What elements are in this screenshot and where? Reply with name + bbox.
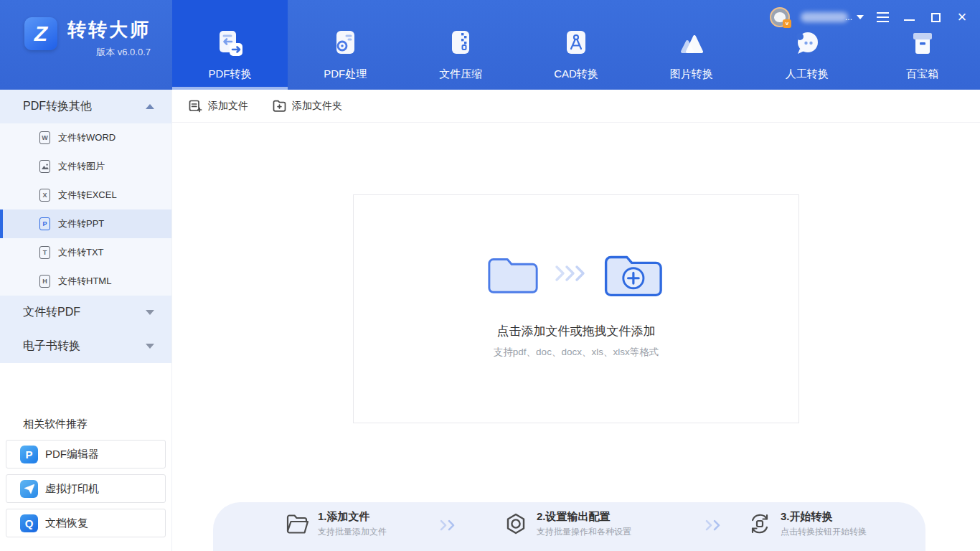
step-title: 2.设置输出配置	[537, 510, 631, 524]
tab-image-convert[interactable]: 图片转换	[633, 0, 749, 90]
section-label: 电子书转换	[23, 339, 80, 354]
sidebar-item-file-to-image[interactable]: 文件转图片	[0, 152, 171, 181]
sidebar-item-label: 文件转EXCEL	[58, 189, 117, 202]
step-start-convert: 3.开始转换 点击转换按钮开始转换	[748, 499, 867, 548]
add-file-label: 添加文件	[208, 100, 248, 113]
menu-button[interactable]	[875, 9, 890, 26]
step-arrow-icon	[439, 519, 458, 532]
sidebar-section-file-to-pdf[interactable]: 文件转PDF	[0, 296, 171, 329]
doc-ppt-icon: P	[39, 217, 50, 230]
recommend-label: 虚拟打印机	[45, 482, 99, 496]
sidebar-section-ebook-convert[interactable]: 电子书转换	[0, 329, 171, 363]
sidebar-item-file-to-txt[interactable]: T 文件转TXT	[0, 238, 171, 267]
tab-label: CAD转换	[554, 67, 598, 80]
recommend-title: 相关软件推荐	[6, 418, 166, 431]
main-content: 添加文件 添加文件夹	[172, 90, 980, 551]
doc-excel-icon: X	[39, 189, 50, 202]
user-menu[interactable]: ...	[801, 12, 864, 22]
file-dropzone[interactable]: 点击添加文件或拖拽文件添加 支持pdf、doc、docx、xls、xlsx等格式	[353, 194, 799, 423]
sidebar-item-file-to-word[interactable]: W 文件转WORD	[0, 123, 171, 152]
step-arrow-icon	[705, 519, 723, 532]
doc-txt-icon: T	[39, 246, 50, 259]
sidebar-section-pdf-convert-other[interactable]: PDF转换其他	[0, 90, 171, 123]
recommend-label: PDF编辑器	[45, 448, 99, 461]
tab-cad-convert[interactable]: CAD转换	[519, 0, 634, 90]
pdf-convert-icon	[213, 27, 246, 60]
sidebar-item-label: 文件转PPT	[58, 217, 104, 230]
add-file-button[interactable]: 添加文件	[189, 100, 248, 113]
section-label: 文件转PDF	[23, 305, 80, 320]
recommend-label: 文档恢复	[45, 517, 88, 530]
recommend-pdf-editor[interactable]: P PDF编辑器	[6, 440, 166, 468]
topbar: Z 转转大师 版本 v6.0.0.7 PDF转换	[0, 0, 980, 90]
add-folder-label: 添加文件夹	[292, 100, 342, 113]
dropzone-subtitle: 支持pdf、doc、docx、xls、xlsx等格式	[494, 346, 659, 359]
tab-label: 人工转换	[786, 67, 829, 80]
minimize-button[interactable]	[901, 9, 917, 26]
doc-recover-icon: Q	[20, 514, 38, 532]
recommend-section: 相关软件推荐 P PDF编辑器 虚拟打印机 Q 文档恢复	[0, 418, 171, 537]
sidebar-item-file-to-excel[interactable]: X 文件转EXCEL	[0, 181, 171, 209]
treasure-box-icon	[906, 27, 939, 60]
recommend-virtual-printer[interactable]: 虚拟打印机	[6, 474, 166, 503]
user-avatar[interactable]: v	[770, 7, 790, 27]
recommend-doc-recover[interactable]: Q 文档恢复	[6, 509, 166, 537]
virtual-printer-icon	[20, 480, 38, 498]
tab-pdf-process[interactable]: PDF处理	[288, 0, 403, 90]
sidebar-item-file-to-ppt[interactable]: P 文件转PPT	[0, 209, 171, 238]
add-file-icon	[189, 100, 202, 113]
tab-label: PDF转换	[208, 67, 251, 80]
sidebar-item-label: 文件转WORD	[58, 131, 116, 144]
pdf-editor-icon: P	[20, 446, 38, 463]
app-logo-icon: Z	[24, 17, 57, 50]
step-add-file: 1.添加文件 支持批量添加文件	[285, 499, 387, 548]
vip-badge: v	[783, 19, 791, 28]
steps-panel: 1.添加文件 支持批量添加文件 2.设置输出配置 支持批量操作和各种设置	[213, 502, 925, 551]
step-subtitle: 支持批量添加文件	[318, 526, 387, 538]
pdf-process-icon	[329, 27, 362, 60]
tab-file-compress[interactable]: 文件压缩	[403, 0, 519, 90]
chevron-up-icon	[146, 104, 154, 109]
sidebar-item-file-to-html[interactable]: H 文件转HTML	[0, 267, 171, 296]
arrows-right-icon	[555, 264, 589, 283]
selected-indicator	[0, 209, 3, 238]
sidebar-items: W 文件转WORD 文件转图片 X 文件转EXCEL P 文件转PPT T 文件…	[0, 123, 171, 296]
step-subtitle: 点击转换按钮开始转换	[781, 526, 867, 538]
app-name: 转转大师	[67, 17, 151, 42]
add-folder-large-icon	[602, 248, 666, 299]
file-compress-icon	[444, 27, 477, 60]
tab-label: 文件压缩	[439, 67, 482, 80]
step-subtitle: 支持批量操作和各种设置	[537, 526, 631, 538]
titlebar-controls: v ... ×	[770, 6, 970, 28]
doc-html-icon: H	[39, 275, 50, 288]
dropzone-illustration	[486, 245, 666, 301]
dropzone-title: 点击添加文件或拖拽文件添加	[497, 323, 656, 339]
manual-convert-icon	[791, 27, 824, 60]
image-convert-icon	[675, 27, 708, 60]
sidebar-item-label: 文件转图片	[58, 160, 105, 173]
sidebar: PDF转换其他 W 文件转WORD 文件转图片 X 文件转EXCEL P 文件	[0, 90, 172, 551]
step-title: 3.开始转换	[781, 510, 867, 524]
sidebar-item-label: 文件转HTML	[58, 275, 111, 288]
section-label: PDF转换其他	[23, 99, 92, 114]
add-folder-button[interactable]: 添加文件夹	[273, 100, 342, 113]
chevron-down-icon	[146, 310, 154, 315]
close-icon: ×	[958, 10, 967, 24]
step-set-output: 2.设置输出配置 支持批量操作和各种设置	[504, 499, 631, 548]
close-button[interactable]: ×	[954, 9, 970, 26]
add-folder-icon	[273, 100, 286, 112]
sidebar-item-label: 文件转TXT	[58, 246, 104, 259]
logo-letter: Z	[34, 23, 47, 44]
convert-step-icon	[748, 512, 772, 536]
tab-pdf-convert[interactable]: PDF转换	[172, 0, 288, 90]
chevron-down-icon	[857, 15, 864, 19]
maximize-button[interactable]	[928, 9, 943, 26]
folder-step-icon	[285, 512, 309, 535]
doc-word-icon: W	[39, 131, 50, 144]
toolbar: 添加文件 添加文件夹	[172, 90, 980, 123]
minimize-icon	[904, 19, 915, 21]
settings-step-icon	[504, 512, 528, 536]
doc-image-icon	[39, 160, 50, 173]
chevron-down-icon	[146, 344, 154, 349]
app-window: Z 转转大师 版本 v6.0.0.7 PDF转换	[0, 0, 980, 551]
